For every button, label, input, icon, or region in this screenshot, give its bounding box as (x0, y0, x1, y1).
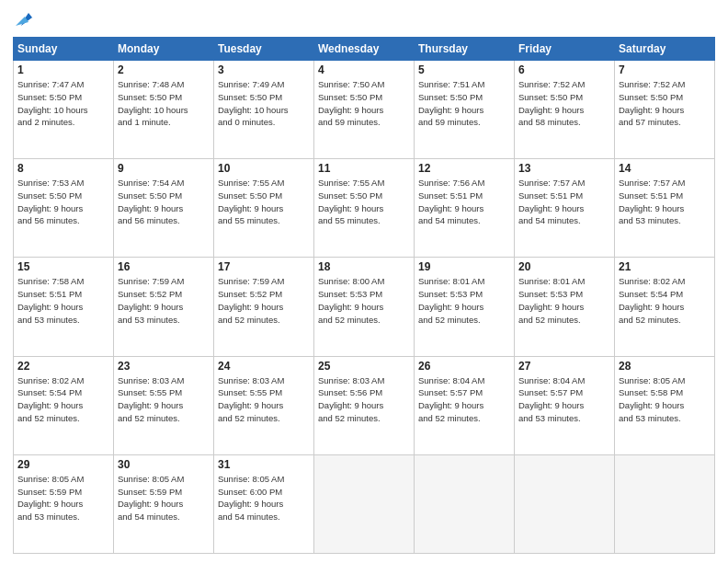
day-info: Sunrise: 7:47 AMSunset: 5:50 PMDaylight:… (17, 79, 88, 127)
day-info: Sunrise: 8:03 AMSunset: 5:55 PMDaylight:… (218, 375, 284, 423)
day-number: 7 (619, 63, 711, 76)
calendar-cell: 21Sunrise: 8:02 AMSunset: 5:54 PMDayligh… (615, 258, 715, 356)
dow-header-saturday: Saturday (615, 38, 715, 61)
day-number: 25 (318, 360, 410, 373)
calendar-week-4: 22Sunrise: 8:02 AMSunset: 5:54 PMDayligh… (14, 356, 715, 454)
day-of-week-row: SundayMondayTuesdayWednesdayThursdayFrid… (14, 38, 715, 61)
day-info: Sunrise: 8:04 AMSunset: 5:57 PMDaylight:… (518, 375, 585, 423)
day-number: 28 (619, 360, 711, 373)
logo (13, 9, 38, 29)
day-info: Sunrise: 8:03 AMSunset: 5:56 PMDaylight:… (318, 375, 384, 423)
day-info: Sunrise: 8:04 AMSunset: 5:57 PMDaylight:… (418, 375, 484, 423)
day-number: 19 (418, 260, 510, 273)
calendar-cell: 27Sunrise: 8:04 AMSunset: 5:57 PMDayligh… (515, 356, 615, 454)
calendar-cell: 17Sunrise: 7:59 AMSunset: 5:52 PMDayligh… (214, 258, 314, 356)
day-info: Sunrise: 7:50 AMSunset: 5:50 PMDaylight:… (318, 79, 384, 127)
day-info: Sunrise: 7:53 AMSunset: 5:50 PMDaylight:… (17, 178, 84, 225)
day-info: Sunrise: 7:51 AMSunset: 5:50 PMDaylight:… (418, 79, 484, 127)
day-number: 26 (418, 360, 510, 373)
day-number: 2 (118, 63, 210, 76)
day-number: 12 (418, 162, 510, 175)
day-number: 22 (17, 360, 109, 373)
day-number: 1 (17, 63, 109, 76)
day-number: 5 (418, 63, 510, 76)
day-info: Sunrise: 7:54 AMSunset: 5:50 PMDaylight:… (118, 178, 184, 225)
calendar-cell: 6Sunrise: 7:52 AMSunset: 5:50 PMDaylight… (515, 61, 615, 159)
calendar-cell: 3Sunrise: 7:49 AMSunset: 5:50 PMDaylight… (214, 61, 314, 159)
calendar-week-5: 29Sunrise: 8:05 AMSunset: 5:59 PMDayligh… (14, 454, 715, 553)
calendar-cell: 4Sunrise: 7:50 AMSunset: 5:50 PMDaylight… (314, 61, 415, 159)
day-number: 4 (318, 63, 410, 76)
logo-area (13, 9, 38, 29)
day-info: Sunrise: 8:03 AMSunset: 5:55 PMDaylight:… (118, 375, 184, 423)
calendar-cell: 31Sunrise: 8:05 AMSunset: 6:00 PMDayligh… (214, 454, 314, 553)
day-info: Sunrise: 8:01 AMSunset: 5:53 PMDaylight:… (518, 276, 585, 324)
calendar-cell: 30Sunrise: 8:05 AMSunset: 5:59 PMDayligh… (114, 454, 214, 553)
calendar-cell: 19Sunrise: 8:01 AMSunset: 5:53 PMDayligh… (415, 258, 515, 356)
calendar-cell (515, 454, 615, 553)
day-number: 3 (218, 63, 310, 76)
calendar-cell: 2Sunrise: 7:48 AMSunset: 5:50 PMDaylight… (114, 61, 214, 159)
calendar-week-3: 15Sunrise: 7:58 AMSunset: 5:51 PMDayligh… (14, 258, 715, 356)
calendar-cell: 15Sunrise: 7:58 AMSunset: 5:51 PMDayligh… (14, 258, 114, 356)
day-number: 16 (118, 260, 210, 273)
calendar-cell: 12Sunrise: 7:56 AMSunset: 5:51 PMDayligh… (415, 159, 515, 258)
day-number: 14 (619, 162, 711, 175)
day-info: Sunrise: 7:55 AMSunset: 5:50 PMDaylight:… (318, 178, 384, 225)
day-info: Sunrise: 7:56 AMSunset: 5:51 PMDaylight:… (418, 178, 484, 225)
day-info: Sunrise: 8:02 AMSunset: 5:54 PMDaylight:… (17, 375, 84, 423)
calendar-cell: 26Sunrise: 8:04 AMSunset: 5:57 PMDayligh… (415, 356, 515, 454)
day-info: Sunrise: 7:48 AMSunset: 5:50 PMDaylight:… (118, 79, 188, 127)
day-info: Sunrise: 7:52 AMSunset: 5:50 PMDaylight:… (619, 79, 685, 127)
day-number: 9 (118, 162, 210, 175)
day-number: 20 (518, 260, 610, 273)
calendar-cell: 16Sunrise: 7:59 AMSunset: 5:52 PMDayligh… (114, 258, 214, 356)
day-info: Sunrise: 8:01 AMSunset: 5:53 PMDaylight:… (418, 276, 484, 324)
calendar-body: 1Sunrise: 7:47 AMSunset: 5:50 PMDaylight… (14, 61, 715, 554)
day-number: 27 (518, 360, 610, 373)
dow-header-tuesday: Tuesday (214, 38, 314, 61)
day-info: Sunrise: 7:57 AMSunset: 5:51 PMDaylight:… (619, 178, 685, 225)
day-number: 21 (619, 260, 711, 273)
header (13, 9, 715, 29)
calendar-cell: 7Sunrise: 7:52 AMSunset: 5:50 PMDaylight… (615, 61, 715, 159)
day-info: Sunrise: 7:55 AMSunset: 5:50 PMDaylight:… (218, 178, 284, 225)
calendar-cell: 28Sunrise: 8:05 AMSunset: 5:58 PMDayligh… (615, 356, 715, 454)
calendar-cell (314, 454, 415, 553)
day-number: 29 (17, 458, 109, 471)
dow-header-monday: Monday (114, 38, 214, 61)
calendar-week-2: 8Sunrise: 7:53 AMSunset: 5:50 PMDaylight… (14, 159, 715, 258)
dow-header-thursday: Thursday (415, 38, 515, 61)
day-info: Sunrise: 8:05 AMSunset: 5:59 PMDaylight:… (118, 474, 184, 522)
calendar-table: SundayMondayTuesdayWednesdayThursdayFrid… (13, 37, 715, 554)
day-number: 30 (118, 458, 210, 471)
day-info: Sunrise: 8:05 AMSunset: 6:00 PMDaylight:… (218, 474, 284, 522)
day-number: 6 (518, 63, 610, 76)
calendar-cell (615, 454, 715, 553)
calendar-cell: 14Sunrise: 7:57 AMSunset: 5:51 PMDayligh… (615, 159, 715, 258)
dow-header-friday: Friday (515, 38, 615, 61)
calendar-cell: 25Sunrise: 8:03 AMSunset: 5:56 PMDayligh… (314, 356, 415, 454)
calendar-cell: 18Sunrise: 8:00 AMSunset: 5:53 PMDayligh… (314, 258, 415, 356)
day-number: 24 (218, 360, 310, 373)
calendar-cell: 8Sunrise: 7:53 AMSunset: 5:50 PMDaylight… (14, 159, 114, 258)
calendar-cell: 13Sunrise: 7:57 AMSunset: 5:51 PMDayligh… (515, 159, 615, 258)
day-info: Sunrise: 7:58 AMSunset: 5:51 PMDaylight:… (17, 276, 84, 324)
day-number: 18 (318, 260, 410, 273)
calendar-cell: 22Sunrise: 8:02 AMSunset: 5:54 PMDayligh… (14, 356, 114, 454)
dow-header-sunday: Sunday (14, 38, 114, 61)
day-info: Sunrise: 8:02 AMSunset: 5:54 PMDaylight:… (619, 276, 685, 324)
calendar-cell: 5Sunrise: 7:51 AMSunset: 5:50 PMDaylight… (415, 61, 515, 159)
day-number: 23 (118, 360, 210, 373)
day-number: 11 (318, 162, 410, 175)
day-info: Sunrise: 8:05 AMSunset: 5:59 PMDaylight:… (17, 474, 84, 522)
day-number: 15 (17, 260, 109, 273)
day-info: Sunrise: 7:52 AMSunset: 5:50 PMDaylight:… (518, 79, 585, 127)
day-info: Sunrise: 8:00 AMSunset: 5:53 PMDaylight:… (318, 276, 384, 324)
logo-icon (16, 9, 36, 29)
day-info: Sunrise: 7:57 AMSunset: 5:51 PMDaylight:… (518, 178, 585, 225)
calendar-cell: 29Sunrise: 8:05 AMSunset: 5:59 PMDayligh… (14, 454, 114, 553)
calendar-cell: 11Sunrise: 7:55 AMSunset: 5:50 PMDayligh… (314, 159, 415, 258)
day-info: Sunrise: 7:59 AMSunset: 5:52 PMDaylight:… (118, 276, 184, 324)
day-number: 10 (218, 162, 310, 175)
